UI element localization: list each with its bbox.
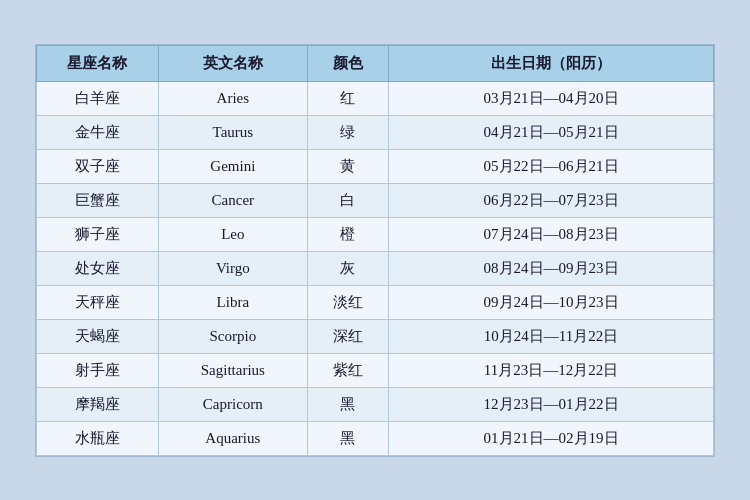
cell-zh: 巨蟹座: [37, 183, 159, 217]
cell-zh: 狮子座: [37, 217, 159, 251]
cell-color: 黑: [307, 387, 388, 421]
cell-color: 红: [307, 81, 388, 115]
cell-en: Virgo: [158, 251, 307, 285]
cell-date: 03月21日—04月20日: [389, 81, 714, 115]
cell-en: Sagittarius: [158, 353, 307, 387]
cell-date: 07月24日—08月23日: [389, 217, 714, 251]
header-date: 出生日期（阳历）: [389, 45, 714, 81]
table-header-row: 星座名称 英文名称 颜色 出生日期（阳历）: [37, 45, 714, 81]
cell-en: Capricorn: [158, 387, 307, 421]
zodiac-table: 星座名称 英文名称 颜色 出生日期（阳历） 白羊座Aries红03月21日—04…: [36, 45, 714, 456]
zodiac-table-container: 星座名称 英文名称 颜色 出生日期（阳历） 白羊座Aries红03月21日—04…: [35, 44, 715, 457]
table-row: 水瓶座Aquarius黑01月21日—02月19日: [37, 421, 714, 455]
cell-en: Taurus: [158, 115, 307, 149]
cell-date: 08月24日—09月23日: [389, 251, 714, 285]
cell-color: 绿: [307, 115, 388, 149]
cell-color: 黑: [307, 421, 388, 455]
cell-zh: 天秤座: [37, 285, 159, 319]
cell-color: 淡红: [307, 285, 388, 319]
cell-date: 01月21日—02月19日: [389, 421, 714, 455]
cell-date: 10月24日—11月22日: [389, 319, 714, 353]
header-zh: 星座名称: [37, 45, 159, 81]
cell-date: 12月23日—01月22日: [389, 387, 714, 421]
cell-zh: 双子座: [37, 149, 159, 183]
table-row: 巨蟹座Cancer白06月22日—07月23日: [37, 183, 714, 217]
cell-en: Libra: [158, 285, 307, 319]
cell-zh: 天蝎座: [37, 319, 159, 353]
cell-date: 04月21日—05月21日: [389, 115, 714, 149]
cell-color: 橙: [307, 217, 388, 251]
cell-color: 紫红: [307, 353, 388, 387]
cell-zh: 白羊座: [37, 81, 159, 115]
table-row: 天蝎座Scorpio深红10月24日—11月22日: [37, 319, 714, 353]
cell-en: Aquarius: [158, 421, 307, 455]
table-row: 摩羯座Capricorn黑12月23日—01月22日: [37, 387, 714, 421]
header-en: 英文名称: [158, 45, 307, 81]
cell-date: 06月22日—07月23日: [389, 183, 714, 217]
table-row: 白羊座Aries红03月21日—04月20日: [37, 81, 714, 115]
cell-color: 白: [307, 183, 388, 217]
cell-zh: 摩羯座: [37, 387, 159, 421]
table-row: 天秤座Libra淡红09月24日—10月23日: [37, 285, 714, 319]
table-row: 狮子座Leo橙07月24日—08月23日: [37, 217, 714, 251]
cell-zh: 处女座: [37, 251, 159, 285]
cell-color: 深红: [307, 319, 388, 353]
cell-date: 05月22日—06月21日: [389, 149, 714, 183]
table-row: 处女座Virgo灰08月24日—09月23日: [37, 251, 714, 285]
cell-en: Cancer: [158, 183, 307, 217]
cell-date: 11月23日—12月22日: [389, 353, 714, 387]
table-body: 白羊座Aries红03月21日—04月20日金牛座Taurus绿04月21日—0…: [37, 81, 714, 455]
cell-en: Aries: [158, 81, 307, 115]
header-color: 颜色: [307, 45, 388, 81]
cell-en: Scorpio: [158, 319, 307, 353]
cell-zh: 射手座: [37, 353, 159, 387]
cell-date: 09月24日—10月23日: [389, 285, 714, 319]
cell-zh: 金牛座: [37, 115, 159, 149]
table-row: 双子座Gemini黄05月22日—06月21日: [37, 149, 714, 183]
table-row: 金牛座Taurus绿04月21日—05月21日: [37, 115, 714, 149]
cell-en: Leo: [158, 217, 307, 251]
cell-zh: 水瓶座: [37, 421, 159, 455]
cell-color: 灰: [307, 251, 388, 285]
cell-en: Gemini: [158, 149, 307, 183]
table-row: 射手座Sagittarius紫红11月23日—12月22日: [37, 353, 714, 387]
cell-color: 黄: [307, 149, 388, 183]
